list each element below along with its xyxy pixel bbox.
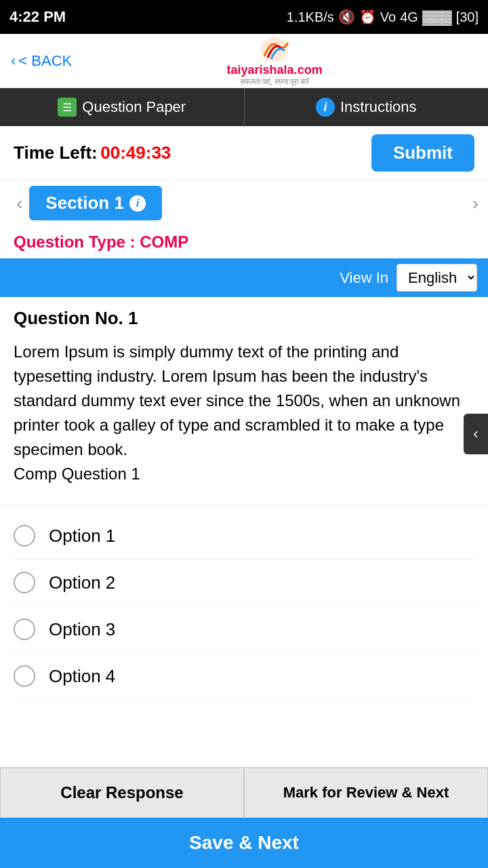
- view-in-row: View In English Hindi: [0, 258, 488, 297]
- mute-icon: 🔇: [338, 9, 355, 25]
- option-label-2: Option 2: [49, 572, 115, 593]
- question-number: Question No. 1: [14, 308, 474, 329]
- question-paper-nav[interactable]: ☰ Question Paper: [0, 88, 244, 126]
- battery-icon: [30]: [456, 9, 479, 25]
- submit-button[interactable]: Submit: [371, 134, 474, 172]
- option-item-1[interactable]: Option 1: [14, 513, 474, 559]
- logo-text: taiyarishala.com: [227, 63, 323, 77]
- logo-container: taiyarishala.com सफलता पाएं, सपना पूरा क…: [72, 36, 477, 86]
- section-prev-arrow[interactable]: ‹: [9, 193, 29, 214]
- question-area: Question No. 1 Lorem Ipsum is simply dum…: [0, 297, 488, 506]
- save-next-button[interactable]: Save & Next: [0, 818, 488, 868]
- timer-row: Time Left: 00:49:33 Submit: [0, 126, 488, 180]
- mark-review-button[interactable]: Mark for Review & Next: [244, 768, 488, 818]
- question-paper-label: Question Paper: [82, 98, 186, 116]
- option-radio-3[interactable]: [14, 618, 35, 640]
- bottom-row-1: Clear Response Mark for Review & Next: [0, 768, 488, 818]
- sidebar-toggle-button[interactable]: ‹: [464, 414, 488, 454]
- alarm-icon: ⏰: [359, 9, 376, 25]
- option-label-1: Option 1: [49, 526, 115, 547]
- section-tab[interactable]: Section 1 i: [29, 186, 162, 220]
- logo-sub: सफलता पाएं, सपना पूरा करें: [240, 77, 309, 86]
- timer-label: Time Left:: [14, 142, 98, 163]
- back-arrow-icon: ‹: [11, 52, 16, 70]
- instructions-label: Instructions: [340, 98, 417, 116]
- signal-bars-icon: ▓▓▓: [422, 9, 452, 25]
- timer-value: 00:49:33: [100, 142, 171, 163]
- question-text: Lorem Ipsum is simply dummy text of the …: [14, 340, 474, 486]
- status-bar: 4:22 PM 1.1KB/s 🔇 ⏰ Vo 4G ▓▓▓ [30]: [0, 0, 488, 34]
- options-area: Option 1 Option 2 Option 3 Option 4: [0, 506, 488, 713]
- option-label-4: Option 4: [49, 666, 115, 687]
- view-in-label: View In: [340, 269, 388, 287]
- chevron-left-icon: ‹: [473, 425, 478, 443]
- question-paper-icon: ☰: [58, 98, 77, 117]
- option-radio-2[interactable]: [14, 572, 35, 593]
- bottom-actions: Clear Response Mark for Review & Next Sa…: [0, 767, 488, 868]
- option-label-3: Option 3: [49, 619, 115, 640]
- section-next-arrow[interactable]: ›: [472, 193, 479, 214]
- network-speed: 1.1KB/s: [287, 9, 334, 25]
- signal-4g-icon: 4G: [400, 9, 418, 25]
- question-type-label: Question Type : COMP: [0, 226, 488, 258]
- option-item-4[interactable]: Option 4: [14, 653, 474, 700]
- timer-display: Time Left: 00:49:33: [14, 142, 171, 163]
- option-item-2[interactable]: Option 2: [14, 559, 474, 606]
- logo-svg: [258, 36, 291, 63]
- header: ‹ < BACK taiyarishala.com सफलता पाएं, सप…: [0, 34, 488, 88]
- status-right: 1.1KB/s 🔇 ⏰ Vo 4G ▓▓▓ [30]: [287, 9, 479, 25]
- instructions-icon: i: [316, 98, 335, 117]
- clear-response-button[interactable]: Clear Response: [0, 768, 244, 818]
- instructions-nav[interactable]: i Instructions: [244, 88, 489, 126]
- vo-icon: Vo: [380, 9, 396, 25]
- status-time: 4:22 PM: [9, 8, 66, 26]
- section-row: ‹ Section 1 i ›: [0, 180, 488, 226]
- option-radio-4[interactable]: [14, 665, 35, 687]
- back-button[interactable]: ‹ < BACK: [11, 52, 72, 70]
- nav-bar: ☰ Question Paper i Instructions: [0, 88, 488, 126]
- back-label: < BACK: [18, 52, 72, 70]
- option-item-3[interactable]: Option 3: [14, 606, 474, 653]
- option-radio-1[interactable]: [14, 525, 35, 547]
- language-select[interactable]: English Hindi: [396, 264, 477, 292]
- section-label: Section 1: [45, 193, 124, 214]
- section-info-icon: i: [129, 195, 146, 212]
